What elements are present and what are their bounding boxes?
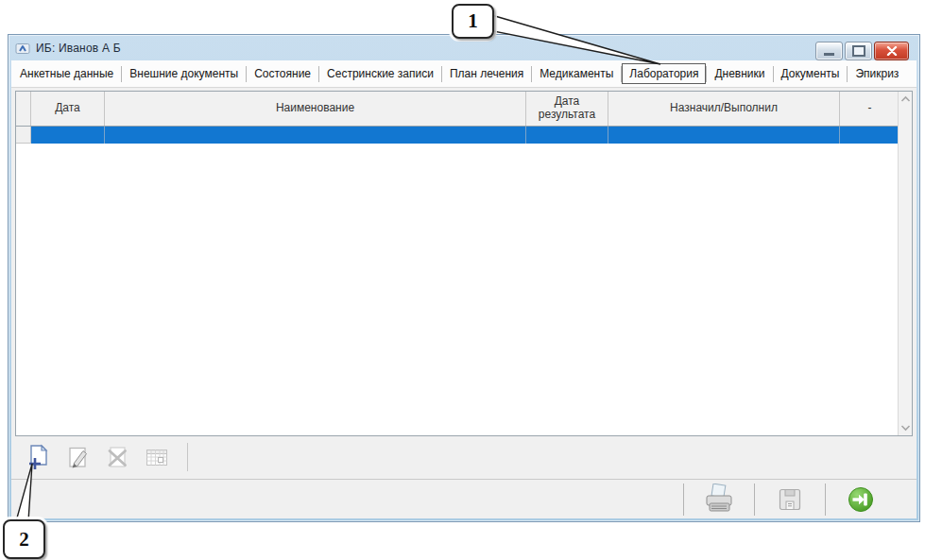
cell-assigned-by[interactable] (608, 127, 840, 144)
window-title: ИБ: Иванов А Б (36, 42, 121, 55)
window-client-area: Анкетные данные Внешние документы Состоя… (11, 60, 916, 518)
window-controls (814, 42, 909, 60)
column-header-name[interactable]: Наименование (105, 92, 526, 126)
tab-epikriz[interactable]: Эпикриз (848, 63, 906, 84)
column-header-misc[interactable]: - (840, 92, 899, 126)
tab-bar: Анкетные данные Внешние документы Состоя… (11, 60, 916, 88)
edit-pencil-icon (65, 445, 91, 470)
table-header-row: Дата Наименование Дата результата Назнач… (16, 92, 898, 127)
record-toolbar (15, 440, 188, 474)
column-header-rowselector[interactable] (16, 92, 31, 126)
titlebar[interactable]: ИБ: Иванов А Б (9, 35, 919, 60)
print-button[interactable] (684, 482, 754, 518)
tab-dokumenty[interactable]: Документы (774, 63, 848, 84)
toolbar-separator (187, 443, 188, 471)
grid-icon (145, 446, 169, 468)
patient-record-window: ИБ: Иванов А Б Анкетные данные Внешние д… (8, 34, 920, 522)
delete-record-button[interactable] (104, 444, 130, 470)
maximize-button[interactable] (845, 42, 872, 60)
save-floppy-icon (776, 485, 804, 514)
scroll-down-icon[interactable] (900, 424, 911, 432)
bottom-action-bar (11, 479, 916, 518)
tab-vneshnie-dokumenty[interactable]: Внешние документы (122, 63, 246, 84)
tab-anketnye-dannye[interactable]: Анкетные данные (12, 63, 121, 84)
table-row[interactable] (16, 127, 898, 144)
callout-2: 2 (3, 519, 45, 559)
table-view-button[interactable] (144, 444, 170, 470)
tab-sestrinskie-zapisi[interactable]: Сестринские записи (319, 63, 441, 84)
vertical-scrollbar[interactable] (898, 92, 912, 435)
tab-medikamenty[interactable]: Медикаменты (532, 63, 621, 84)
new-document-plus-icon (26, 444, 51, 470)
app-icon (15, 41, 31, 55)
cell-result-date[interactable] (526, 127, 608, 144)
cell-misc[interactable] (840, 127, 899, 144)
close-button[interactable] (874, 42, 909, 60)
tab-dnevniki[interactable]: Дневники (707, 63, 772, 84)
edit-record-button[interactable] (64, 444, 91, 470)
add-record-button[interactable] (25, 444, 51, 470)
minimize-icon (824, 53, 834, 56)
exit-button[interactable] (826, 482, 896, 518)
callout-1: 1 (452, 4, 494, 39)
lab-results-table: Дата Наименование Дата результата Назнач… (15, 91, 913, 436)
column-header-date[interactable]: Дата (31, 92, 105, 126)
printer-icon (702, 484, 736, 515)
exit-green-arrow-icon (847, 485, 875, 514)
close-icon (886, 46, 898, 56)
tab-sostoyanie[interactable]: Состояние (247, 63, 318, 84)
minimize-button[interactable] (815, 42, 843, 60)
delete-cross-icon (105, 445, 130, 470)
maximize-icon (852, 45, 865, 57)
cell-date[interactable] (31, 127, 105, 144)
tab-laboratoriya[interactable]: Лаборатория (622, 63, 706, 84)
tab-plan-lecheniya[interactable]: План лечения (442, 63, 531, 84)
column-header-result-date[interactable]: Дата результата (526, 92, 608, 126)
cell-name[interactable] (105, 127, 526, 144)
save-button[interactable] (755, 482, 825, 518)
column-header-assigned-by[interactable]: Назначил/Выполнил (608, 92, 840, 126)
row-selector-cell[interactable] (16, 127, 31, 144)
scroll-up-icon[interactable] (900, 95, 911, 103)
